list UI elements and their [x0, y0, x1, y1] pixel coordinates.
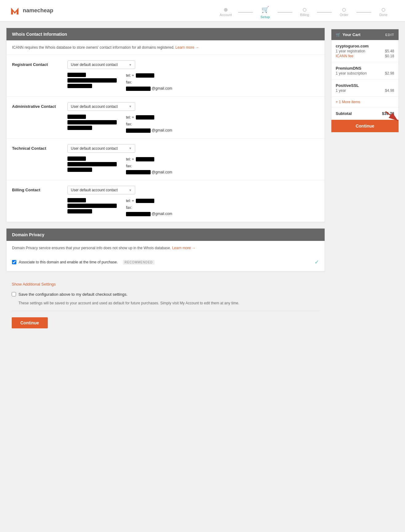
- cart-item-2: PositiveSSL 1 year $4.98: [331, 79, 399, 97]
- cart-item-0-fee-price: $0.18: [385, 54, 394, 58]
- cart-title: Your Cart: [342, 32, 360, 37]
- admin-contact-label: Administrative Contact: [12, 102, 61, 109]
- cart-item-0-name: cryptoguroo.com: [336, 44, 394, 48]
- whois-info-text: ICANN requires the Whois database to sto…: [12, 45, 174, 50]
- privacy-checkmark-icon: ✓: [314, 259, 319, 266]
- tech-email: @gmail.com: [126, 170, 172, 175]
- step-account-dot: [224, 8, 228, 12]
- step-order-label: Order: [340, 13, 348, 17]
- step-account: Account: [213, 8, 238, 17]
- admin-contact-right: User default account contact ▼ tel: +: [67, 102, 319, 133]
- tech-contact-label: Technical Contact: [12, 144, 61, 151]
- cart-item-1-sub-label: 1 year subscription: [336, 71, 367, 75]
- admin-fax: fax:: [126, 121, 172, 127]
- additional-settings-link[interactable]: Show Additional Settings: [12, 278, 56, 290]
- whois-title: Whois Contact Information: [12, 32, 67, 37]
- step-account-label: Account: [220, 13, 232, 17]
- admin-contact-row: Administrative Contact User default acco…: [6, 97, 325, 139]
- logo-text: namecheap: [23, 7, 53, 14]
- bottom-continue-button[interactable]: Continue: [12, 317, 48, 328]
- redacted-email-1: [126, 87, 151, 91]
- tech-fax: fax:: [126, 163, 172, 169]
- step-order-dot: [342, 8, 346, 12]
- registrant-right-info: tel: + fax: @gmail.com: [126, 73, 172, 91]
- registrant-email: @gmail.com: [126, 86, 172, 91]
- tech-contact-dropdown[interactable]: User default account contact ▼: [67, 144, 135, 153]
- billing-dropdown-arrow: ▼: [129, 189, 132, 192]
- privacy-checkbox-label: Associate to this domain and enable at t…: [19, 260, 118, 264]
- cart-item-2-sub: 1 year $4.98: [336, 88, 394, 93]
- step-line-3: [317, 12, 332, 13]
- privacy-learn-more-link[interactable]: Learn more →: [172, 246, 196, 250]
- privacy-checkbox[interactable]: [12, 260, 16, 264]
- whois-section-header: Whois Contact Information: [6, 28, 325, 40]
- header: namecheap Account 🛒 Setup Billing Order: [0, 0, 405, 22]
- registrant-contact-dropdown[interactable]: User default account contact ▼: [67, 60, 135, 69]
- admin-tel: tel: +: [126, 115, 172, 120]
- left-panel: Whois Contact Information ICANN requires…: [6, 28, 325, 335]
- billing-contact-right: User default account contact ▼ tel: +: [67, 186, 319, 216]
- cart-item-1-price: $2.98: [385, 71, 394, 75]
- billing-contact-dropdown[interactable]: User default account contact ▼: [67, 186, 135, 194]
- step-billing: Billing: [292, 8, 317, 17]
- tech-dropdown-arrow: ▼: [129, 147, 132, 150]
- save-config-desc: These settings will be saved to your acc…: [12, 300, 319, 306]
- billing-contact-row: Billing Contact User default account con…: [6, 180, 325, 222]
- domain-privacy-text: Domain Privacy service ensures that your…: [6, 241, 325, 255]
- redacted-address-4: [67, 204, 117, 208]
- billing-email: @gmail.com: [126, 212, 172, 216]
- whois-learn-more-link[interactable]: Learn more →: [176, 45, 199, 50]
- cart-subtotal-value: $39.78: [382, 111, 394, 116]
- redacted-name-2: [67, 115, 86, 119]
- cart-header: 🛒 Your Cart EDIT: [331, 29, 399, 40]
- billing-left-info: [67, 198, 117, 216]
- step-done-label: Done: [379, 13, 387, 17]
- cart-item-2-sub-label: 1 year: [336, 88, 346, 93]
- admin-contact-details: tel: + fax: @gmail.com: [67, 115, 319, 133]
- tech-tel: tel: +: [126, 156, 172, 162]
- redacted-address-1: [67, 78, 117, 83]
- registrant-contact-row: Registrant Contact User default account …: [6, 55, 325, 97]
- tech-contact-right: User default account contact ▼ tel: +: [67, 144, 319, 175]
- billing-tel: tel: +: [126, 198, 172, 204]
- billing-right-info: tel: + fax: @gmail.com: [126, 198, 172, 216]
- svg-marker-0: [11, 8, 18, 14]
- tech-contact-row: Technical Contact User default account c…: [6, 139, 325, 181]
- cart-continue-button[interactable]: Continue: [331, 120, 399, 132]
- billing-contact-details: tel: + fax: @gmail.com: [67, 198, 319, 216]
- whois-info: ICANN requires the Whois database to sto…: [6, 40, 325, 55]
- cart-item-0-fee-name: ICANN fee: [336, 54, 353, 58]
- registrant-dropdown-arrow: ▼: [129, 63, 132, 67]
- whois-section: Whois Contact Information ICANN requires…: [6, 28, 325, 222]
- tech-left-info: [67, 156, 117, 175]
- registrant-fax: fax:: [126, 79, 172, 85]
- cart-item-0-sub: 1 year registration $5.48: [336, 49, 394, 53]
- cart-more-items[interactable]: + 1 More items: [331, 97, 399, 108]
- cart-item-1-sub: 1 year subscription $2.98: [336, 71, 394, 75]
- registrant-left-info: [67, 73, 117, 91]
- step-line-1: [238, 12, 253, 13]
- cart-title-area: 🛒 Your Cart: [336, 32, 360, 37]
- registrant-contact-details: tel: + fax: @gmail.com: [67, 73, 319, 91]
- billing-dropdown-value: User default account contact: [71, 188, 118, 192]
- step-billing-label: Billing: [300, 13, 309, 17]
- cart-item-2-name: PositiveSSL: [336, 83, 394, 88]
- cart-item-0: cryptoguroo.com 1 year registration $5.4…: [331, 40, 399, 62]
- redacted-city-2: [67, 126, 92, 130]
- cart-edit-button[interactable]: EDIT: [385, 33, 394, 37]
- admin-dropdown-value: User default account contact: [71, 104, 118, 109]
- billing-fax: fax:: [126, 205, 172, 210]
- step-setup-label: Setup: [261, 15, 270, 19]
- admin-right-info: tel: + fax: @gmail.com: [126, 115, 172, 133]
- admin-contact-dropdown[interactable]: User default account contact ▼: [67, 102, 135, 111]
- namecheap-logo-icon: [9, 5, 20, 16]
- checkout-steps: Account 🛒 Setup Billing Order Done: [213, 3, 396, 19]
- redacted-email-3: [126, 170, 151, 174]
- cart-subtotal-label: Subtotal: [336, 111, 352, 116]
- save-config-checkbox[interactable]: [12, 292, 16, 296]
- logo: namecheap: [9, 5, 53, 16]
- step-billing-dot: [303, 8, 306, 12]
- redacted-city-1: [67, 84, 92, 88]
- redacted-name-1: [67, 73, 86, 77]
- cart-item-0-sub-label: 1 year registration: [336, 49, 365, 53]
